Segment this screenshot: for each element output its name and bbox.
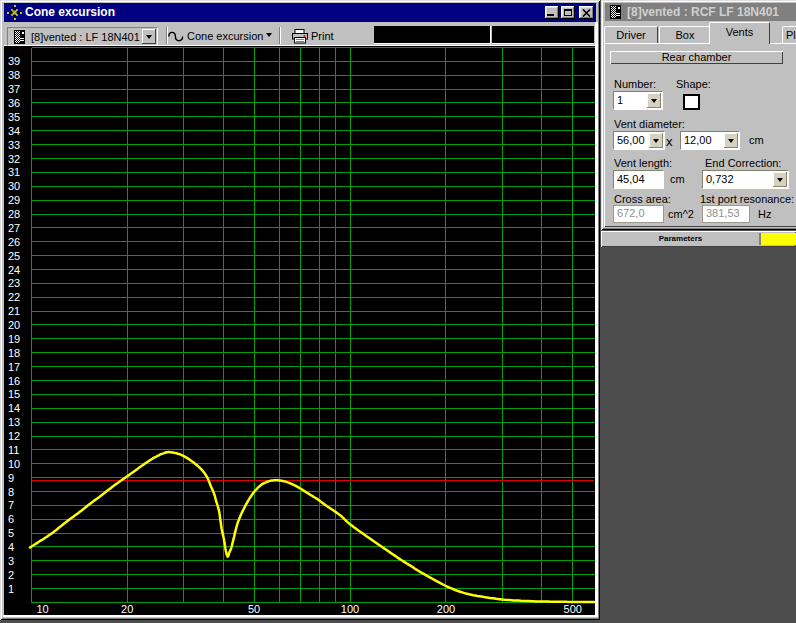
svg-text:22: 22 bbox=[8, 291, 20, 303]
svg-text:33: 33 bbox=[8, 139, 20, 151]
svg-text:25: 25 bbox=[8, 250, 20, 262]
svg-text:50: 50 bbox=[248, 603, 260, 615]
svg-text:35: 35 bbox=[8, 111, 20, 123]
svg-text:2: 2 bbox=[8, 569, 14, 581]
svg-text:8: 8 bbox=[8, 486, 14, 498]
svg-text:36: 36 bbox=[8, 97, 20, 109]
svg-text:100: 100 bbox=[341, 603, 359, 615]
svg-text:29: 29 bbox=[8, 194, 20, 206]
svg-text:10: 10 bbox=[36, 603, 48, 615]
svg-text:10: 10 bbox=[8, 458, 20, 470]
svg-text:12: 12 bbox=[8, 430, 20, 442]
svg-text:38: 38 bbox=[8, 69, 20, 81]
svg-text:26: 26 bbox=[8, 236, 20, 248]
svg-text:20: 20 bbox=[8, 319, 20, 331]
svg-text:500: 500 bbox=[564, 603, 582, 615]
svg-text:27: 27 bbox=[8, 222, 20, 234]
svg-text:4: 4 bbox=[8, 541, 14, 553]
svg-text:11: 11 bbox=[8, 444, 19, 456]
svg-text:18: 18 bbox=[8, 347, 20, 359]
svg-text:39: 39 bbox=[8, 55, 20, 67]
svg-text:9: 9 bbox=[8, 472, 14, 484]
svg-text:34: 34 bbox=[8, 125, 20, 137]
svg-text:17: 17 bbox=[8, 361, 20, 373]
svg-text:24: 24 bbox=[8, 264, 20, 276]
svg-text:15: 15 bbox=[8, 388, 20, 400]
svg-text:7: 7 bbox=[8, 499, 14, 511]
svg-text:23: 23 bbox=[8, 277, 20, 289]
svg-text:21: 21 bbox=[8, 305, 20, 317]
svg-text:37: 37 bbox=[8, 83, 20, 95]
svg-text:16: 16 bbox=[8, 375, 20, 387]
svg-text:28: 28 bbox=[8, 208, 20, 220]
svg-text:1: 1 bbox=[8, 583, 14, 595]
svg-text:31: 31 bbox=[8, 166, 20, 178]
svg-text:32: 32 bbox=[8, 153, 20, 165]
svg-text:200: 200 bbox=[437, 603, 455, 615]
svg-text:6: 6 bbox=[8, 513, 14, 525]
svg-text:14: 14 bbox=[8, 402, 20, 414]
svg-text:19: 19 bbox=[8, 333, 20, 345]
svg-text:13: 13 bbox=[8, 416, 20, 428]
svg-text:30: 30 bbox=[8, 180, 20, 192]
svg-text:3: 3 bbox=[8, 555, 14, 567]
svg-text:5: 5 bbox=[8, 527, 14, 539]
svg-text:20: 20 bbox=[121, 603, 133, 615]
